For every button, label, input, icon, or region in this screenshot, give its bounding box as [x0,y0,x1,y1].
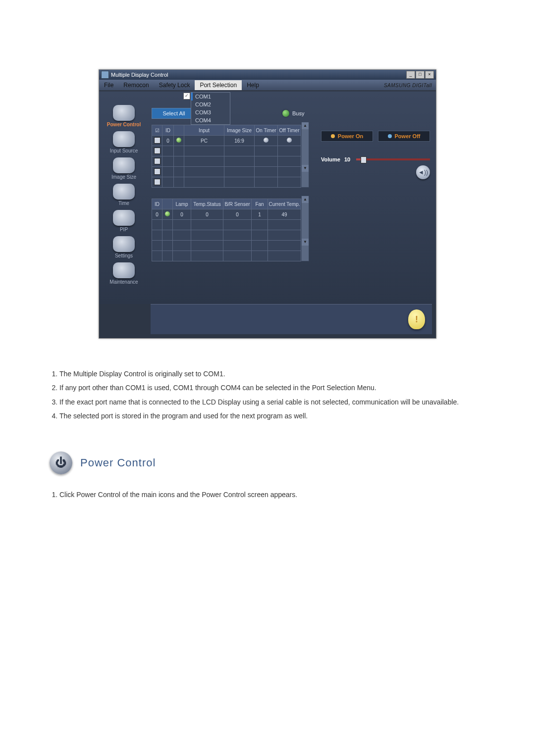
grid-row[interactable] [152,177,301,188]
image-size-icon [113,157,135,173]
col-status [162,199,173,209]
instruction-item: The Multiple Display Control is original… [59,368,490,379]
instruction-list-2: Click Power Control of the main icons an… [45,489,490,500]
grid-row[interactable] [152,230,301,241]
power-control-icon [113,105,135,121]
minimize-button[interactable]: _ [406,71,415,79]
menu-help[interactable]: Help [242,82,264,89]
grid-header-row: ☑ ID Input Image Size On Timer Off Timer [152,125,301,136]
col-id: ID [152,199,162,209]
nav-pip[interactable]: PIP [113,210,135,232]
power-off-button[interactable]: Power Off [378,131,430,142]
time-icon [113,184,135,200]
cell-temp-status: 0 [191,209,223,220]
status-grid-scrollbar[interactable]: ▲ ▼ [301,196,309,261]
menu-port-selection[interactable]: Port Selection [195,80,242,90]
port-option-com1[interactable]: COM1 [191,93,230,101]
power-on-button[interactable]: Power On [321,131,373,142]
volume-control: Volume 10 [321,156,430,162]
busy-label: Busy [292,110,304,116]
window-buttons: _ □ × [406,71,434,79]
nav-time[interactable]: Time [113,184,135,206]
input-source-icon [113,131,135,147]
sidebar: Power Control Input Source Image Size Ti… [99,91,149,304]
port-option-com4[interactable]: COM4 [191,116,230,124]
col-image-size: Image Size [224,125,255,136]
menu-remocon[interactable]: Remocon [118,82,154,89]
cell-br-senser: 0 [223,209,252,220]
nav-label: Power Control [107,122,141,127]
scroll-down-icon[interactable]: ▼ [302,239,309,246]
grid-row[interactable]: 0 0 0 0 1 49 [152,209,301,220]
maintenance-icon [113,262,135,278]
speaker-icon[interactable]: ◄)) [416,165,430,179]
instruction-list-1: The Multiple Display Control is original… [45,368,490,422]
grid-scrollbar[interactable]: ▲ ▼ [301,122,309,188]
app-body: ✓ COM1 COM2 COM3 COM4 Power Control Inpu… [99,91,436,304]
col-br-senser: B/R Senser [223,199,252,209]
title-bar: Multiple Display Control _ □ × [99,70,436,80]
on-timer-dot-icon [264,138,268,143]
nav-maintenance[interactable]: Maintenance [109,262,138,285]
right-panel: Power On Power Off Volume 10 [321,131,430,179]
col-current-temp: Current Temp. [268,199,301,209]
port-option-com3[interactable]: COM3 [191,108,230,116]
power-off-dot-icon [388,134,392,138]
status-grid: ID Lamp Temp.Status B/R Senser Fan Curre… [152,199,301,261]
grid-row[interactable] [152,220,301,230]
power-on-dot-icon [331,134,335,138]
col-lamp: Lamp [173,199,191,209]
nav-input-source[interactable]: Input Source [110,131,138,153]
row-checkbox[interactable] [154,158,160,164]
cell-input: PC [184,136,224,146]
scroll-up-icon[interactable]: ▲ [302,122,309,129]
col-check[interactable]: ☑ [152,125,162,136]
cell-fan: 1 [252,209,268,220]
busy-dot-icon [282,110,289,117]
menu-safety-lock[interactable]: Safety Lock [154,82,195,89]
cell-lamp: 0 [173,209,191,220]
nav-label: Time [118,201,129,206]
status-dot-icon [176,138,181,143]
menu-bar: File Remocon Safety Lock Port Selection … [99,80,436,91]
volume-handle[interactable] [361,156,367,163]
col-on-timer: On Timer [255,125,278,136]
instruction-item: The selected port is stored in the progr… [59,410,490,421]
grid-row[interactable] [152,251,301,261]
volume-slider[interactable] [356,158,430,160]
port-dropdown: COM1 COM2 COM3 COM4 [191,92,230,125]
volume-label: Volume [321,156,340,162]
nav-label: PIP [120,227,128,232]
row-checkbox[interactable] [154,148,160,154]
grid-row[interactable] [152,241,301,251]
maximize-button[interactable]: □ [416,71,425,79]
grid-header-row: ID Lamp Temp.Status B/R Senser Fan Curre… [152,199,301,209]
pip-icon [113,210,135,226]
grid-row[interactable] [152,156,301,167]
section-power-control: ⏻ Power Control [50,452,490,474]
grid-row[interactable] [152,146,301,156]
nav-power-control[interactable]: Power Control [107,105,141,127]
col-fan: Fan [252,199,268,209]
scroll-down-icon[interactable]: ▼ [302,165,309,172]
grid-row[interactable]: 0 PC 16:9 [152,136,301,146]
close-button[interactable]: × [425,71,434,79]
volume-value: 10 [344,156,350,162]
instruction-item: Click Power Control of the main icons an… [59,489,490,500]
off-timer-dot-icon [287,138,292,143]
scroll-up-icon[interactable]: ▲ [302,196,309,203]
col-id: ID [162,125,174,136]
window-title: Multiple Display Control [111,72,168,78]
nav-label: Settings [115,253,133,258]
menu-file[interactable]: File [99,82,118,89]
port-checkmark-icon: ✓ [183,93,190,100]
grid-row[interactable] [152,167,301,177]
nav-image-size[interactable]: Image Size [111,157,136,180]
port-option-com2[interactable]: COM2 [191,101,230,108]
row-checkbox[interactable] [154,168,160,175]
select-all-button[interactable]: Select All [152,108,196,119]
row-checkbox[interactable] [154,179,160,185]
nav-label: Input Source [110,148,138,153]
row-checkbox[interactable] [154,137,160,144]
nav-settings[interactable]: Settings [113,236,135,258]
